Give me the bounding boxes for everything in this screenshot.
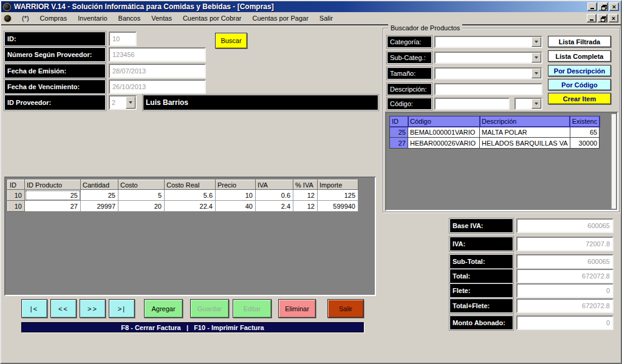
cell-id[interactable]: 27	[390, 138, 408, 149]
menu-item-star[interactable]: (*)	[16, 13, 35, 23]
cell-codigo[interactable]: BEMAL000001VARIO	[408, 127, 480, 138]
menu-item-ventas[interactable]: Ventas	[146, 13, 177, 23]
detalle-row[interactable]: 10 25 25 5 5.6 10 0.6 12 125	[8, 190, 358, 201]
cell-id[interactable]: 25	[390, 127, 408, 138]
fecha-vencimiento-field[interactable]: 26/10/2013	[109, 79, 206, 94]
cell-pct-iva[interactable]: 12	[293, 190, 318, 201]
descripcion-input[interactable]	[434, 83, 542, 95]
menu-item-inventario[interactable]: Inventario	[72, 13, 112, 23]
col-header-importe: Importe	[318, 180, 358, 190]
nav-next-button[interactable]: >>	[80, 299, 106, 318]
app-logo-icon	[3, 3, 11, 11]
buscar-button[interactable]: Buscar	[215, 33, 247, 49]
por-codigo-button[interactable]: Por Código	[548, 79, 611, 90]
codigo-label: Código:	[387, 98, 432, 110]
cell-precio[interactable]: 10	[216, 190, 256, 201]
total-flete-label: Total+Flete:	[449, 298, 513, 313]
id-field[interactable]: 10	[109, 32, 137, 46]
col-header-pct-iva: % IVA	[293, 180, 318, 190]
child-restore-button[interactable]	[598, 14, 607, 22]
total-flete-field: 672072.8	[516, 298, 613, 313]
fecha-vencimiento-label: Fecha de Vencimiento:	[4, 79, 106, 94]
nav-first-button[interactable]: |<	[21, 299, 47, 318]
cell-descripcion[interactable]: MALTA POLAR	[480, 127, 570, 138]
cell-codigo[interactable]: HEBAR000026VARIO	[408, 138, 480, 149]
menu-item-cuentas-cobrar[interactable]: Cuentas por Cobrar	[177, 13, 247, 23]
menu-bar: (*) Compras Inventario Bancos Ventas Cue…	[1, 12, 621, 24]
producto-row[interactable]: 27 HEBAR000026VARIO HELADOS BARQUILLAS V…	[390, 138, 600, 149]
cell-iva[interactable]: 2.4	[256, 201, 293, 212]
cell-iva[interactable]: 0.6	[256, 190, 293, 201]
chevron-down-icon[interactable]	[126, 96, 135, 109]
guardar-button[interactable]: Guardar	[190, 299, 229, 318]
editar-button[interactable]: Editar	[233, 299, 272, 318]
client-area-edge	[1, 24, 621, 26]
cell-costo[interactable]: 5	[118, 190, 165, 201]
lista-completa-button[interactable]: Lista Completa	[548, 50, 611, 62]
cell-id[interactable]: 10	[8, 201, 25, 212]
cell-costo[interactable]: 20	[118, 201, 165, 212]
id-proveedor-label: ID Proveedor:	[4, 95, 106, 110]
cell-costo-real[interactable]: 22.4	[165, 201, 216, 212]
cell-pct-iva[interactable]: 12	[293, 201, 318, 212]
cell-importe[interactable]: 125	[318, 190, 358, 201]
codigo-input[interactable]	[434, 98, 510, 110]
flete-field[interactable]: 0	[516, 283, 613, 298]
close-button[interactable]: ×	[609, 2, 619, 11]
cell-descripcion[interactable]: HELADOS BARQUILLAS VA	[480, 138, 570, 149]
chevron-down-icon[interactable]	[531, 69, 541, 78]
menu-item-bancos[interactable]: Bancos	[113, 13, 146, 23]
menu-item-cuentas-pagar[interactable]: Cuentas por Pagar	[247, 13, 314, 23]
codigo-combobox[interactable]	[514, 98, 542, 110]
chevron-down-icon[interactable]	[531, 99, 541, 109]
restore-button[interactable]	[598, 2, 608, 11]
nav-previous-button[interactable]: <<	[50, 299, 77, 318]
col-header-existencia: Existenc	[570, 116, 600, 127]
cell-id-producto[interactable]: 27	[25, 201, 81, 212]
fecha-emision-field[interactable]: 28/07/2013	[109, 64, 206, 78]
detalle-header-row: ID ID Producto Cantidad Costo Costo Real…	[8, 180, 358, 190]
cell-importe[interactable]: 599940	[318, 201, 358, 212]
categoria-combobox[interactable]	[434, 36, 542, 48]
minimize-button[interactable]	[587, 2, 597, 11]
cell-existencia[interactable]: 65	[570, 127, 600, 138]
detalle-row[interactable]: 10 27 29997 20 22.4 40 2.4 12 599940	[8, 201, 358, 212]
cell-id-producto[interactable]: 25	[25, 190, 81, 201]
cell-cantidad[interactable]: 29997	[81, 201, 118, 212]
id-proveedor-combobox[interactable]: 2	[109, 95, 137, 110]
child-close-button[interactable]: ×	[609, 14, 618, 22]
col-header-iva: IVA	[256, 180, 293, 190]
total-label: Total:	[449, 269, 513, 283]
mdi-child-icon	[4, 15, 12, 22]
nav-last-button[interactable]: >|	[109, 299, 135, 318]
subtotal-field: 600065	[516, 254, 613, 269]
cell-costo-real[interactable]: 5.6	[165, 190, 216, 201]
monto-abonado-field[interactable]: 0	[516, 315, 613, 330]
productos-table: ID Código Descripción Existenc 25 BEMAL0…	[389, 116, 600, 149]
tamano-combobox[interactable]	[434, 67, 542, 79]
window-title: WARRIOR V.14 - Solución Informática para…	[14, 2, 274, 11]
agregar-button[interactable]: Agregar	[144, 299, 183, 318]
cell-id[interactable]: 10	[8, 190, 25, 201]
crear-item-button[interactable]: Crear Item	[548, 93, 611, 104]
descripcion-label: Descripción:	[387, 83, 432, 95]
por-descripcion-button[interactable]: Por Descripción	[548, 65, 611, 76]
lista-filtrada-button[interactable]: Lista Filtrada	[548, 36, 611, 47]
numero-proveedor-field[interactable]: 123456	[109, 47, 206, 62]
col-header-precio: Precio	[216, 180, 256, 190]
subcategoria-combobox[interactable]	[434, 52, 542, 64]
salir-button[interactable]: Salir	[327, 299, 364, 318]
eliminar-button[interactable]: Eliminar	[278, 299, 316, 318]
col-header-id-producto: ID Producto	[25, 180, 81, 190]
menu-item-compras[interactable]: Compras	[35, 13, 73, 23]
producto-row[interactable]: 25 BEMAL000001VARIO MALTA POLAR 65	[390, 127, 600, 138]
productos-grid-panel: ID Código Descripción Existenc 25 BEMAL0…	[385, 112, 618, 211]
cell-cantidad[interactable]: 25	[81, 190, 118, 201]
menu-item-salir[interactable]: Salir	[314, 13, 338, 23]
chevron-down-icon[interactable]	[531, 53, 541, 62]
child-minimize-button[interactable]	[587, 14, 596, 22]
chevron-down-icon[interactable]	[531, 37, 541, 47]
cell-existencia[interactable]: 30000	[570, 138, 600, 149]
cell-precio[interactable]: 40	[216, 201, 256, 212]
productos-scrollbar[interactable]	[611, 114, 616, 209]
